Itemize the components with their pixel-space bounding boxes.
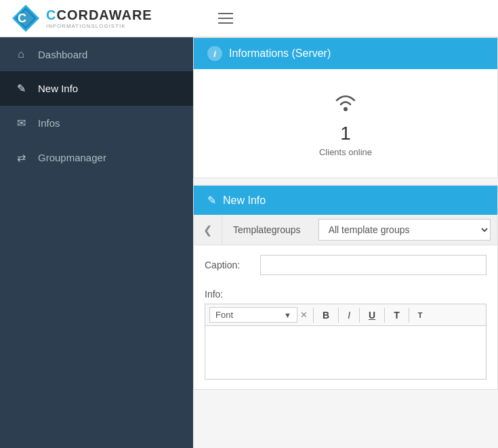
sidebar-item-infos[interactable]: ✉ Infos (0, 106, 193, 140)
sidebar-item-dashboard[interactable]: ⌂ Dashboard (0, 37, 193, 71)
caption-label: Caption: (205, 260, 252, 270)
info-header-icon: i (207, 46, 222, 61)
toolbar-divider-2 (338, 308, 339, 323)
template-select-wrapper: All template groups (312, 215, 497, 245)
toolbar-divider-1 (313, 308, 314, 323)
toolbar-divider-3 (359, 308, 360, 323)
sidebar-label-groupmanager: Groupmanager (38, 152, 106, 163)
logo-icon: C (11, 3, 41, 33)
info-server-body: 1 Clients online (194, 69, 497, 178)
editor-toolbar: Font ▼ ✕ B I U T T (205, 304, 486, 325)
sidebar-label-dashboard: Dashboard (38, 49, 87, 60)
font-select-wrapper[interactable]: Font ▼ (209, 307, 297, 323)
new-info-card: ✎ New Info ❮ Templategroups All template… (193, 185, 498, 390)
info-server-card: i Informations (Server) 1 Clients online (193, 37, 498, 178)
clients-online-label: Clients online (319, 147, 372, 157)
caption-input[interactable] (260, 255, 486, 275)
envelope-icon: ✉ (14, 117, 28, 129)
template-groups-select[interactable]: All template groups (318, 219, 491, 241)
template-groups-label: Templategroups (222, 216, 312, 243)
editor-body[interactable] (205, 325, 486, 380)
sidebar-label-infos: Infos (38, 117, 60, 129)
logo-subtitle: INFORMATIONSLOGISTIK (46, 23, 152, 29)
new-info-header: ✎ New Info (194, 186, 497, 215)
font-dropdown-arrow-icon: ▼ (284, 311, 291, 319)
italic-button[interactable]: I (343, 308, 355, 323)
underline-button[interactable]: U (364, 308, 380, 323)
top-bar: C CCORDAWARE INFORMATIONSLOGISTIK (0, 0, 498, 37)
info-server-title: Informations (Server) (229, 47, 331, 60)
font-clear-button[interactable]: ✕ (299, 310, 309, 320)
logo-name: CCORDAWARE (46, 7, 152, 23)
exchange-icon: ⇄ (14, 151, 28, 164)
info-label: Info: (205, 289, 486, 300)
edit-icon: ✎ (14, 82, 28, 95)
caption-row: Caption: (205, 255, 486, 275)
text-size-button[interactable]: T (389, 308, 404, 323)
editor-section: Info: Font ▼ ✕ B I U T (194, 289, 497, 389)
sidebar-item-new-info[interactable]: ✎ New Info (0, 71, 193, 106)
template-row: ❮ Templategroups All template groups (194, 215, 497, 245)
template-back-button[interactable]: ❮ (194, 216, 222, 245)
home-icon: ⌂ (14, 48, 28, 60)
sidebar: ⌂ Dashboard ✎ New Info ✉ Infos ⇄ Groupma… (0, 37, 193, 448)
svg-text:C: C (18, 12, 26, 25)
info-server-header: i Informations (Server) (194, 38, 497, 69)
logo-text: CCORDAWARE INFORMATIONSLOGISTIK (46, 7, 152, 29)
hamburger-button[interactable] (214, 9, 237, 28)
sidebar-item-groupmanager[interactable]: ⇄ Groupmanager (0, 140, 193, 175)
hamburger-line-3 (218, 22, 233, 24)
sidebar-label-new-info: New Info (38, 83, 78, 94)
bold-button[interactable]: B (318, 308, 334, 323)
clients-online-icon (332, 89, 359, 120)
new-info-edit-icon: ✎ (207, 194, 216, 207)
hamburger-line-1 (218, 13, 233, 14)
toolbar-divider-4 (384, 308, 385, 323)
toolbar-divider-5 (409, 308, 409, 323)
main-content: i Informations (Server) 1 Clients online (193, 37, 498, 448)
text-size-small-button[interactable]: T (413, 309, 428, 321)
clients-online-count: 1 (340, 123, 351, 144)
new-info-title: New Info (223, 195, 266, 207)
logo-area: C CCORDAWARE INFORMATIONSLOGISTIK (11, 3, 201, 33)
hamburger-line-2 (218, 18, 233, 19)
form-section: Caption: (194, 245, 497, 289)
svg-point-4 (344, 107, 348, 111)
font-select-text: Font (215, 310, 281, 320)
